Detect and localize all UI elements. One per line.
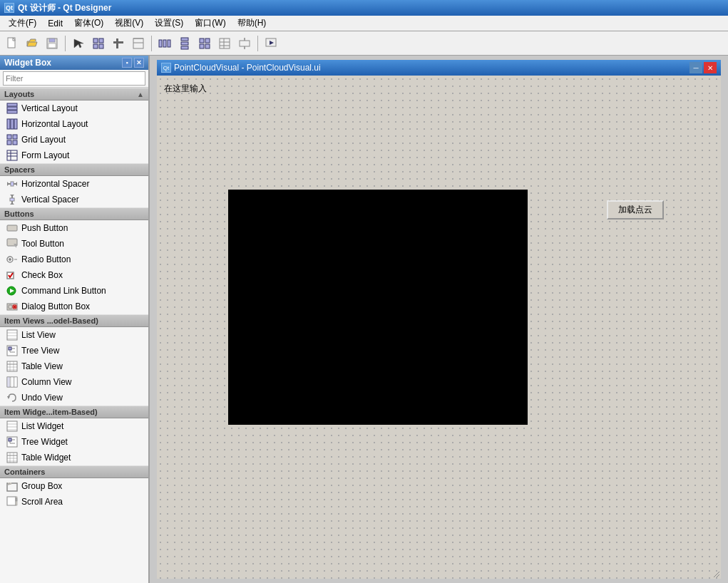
tree-view-icon — [6, 344, 19, 357]
column-view-icon — [6, 376, 19, 388]
vertical-layout-label: Vertical Layout — [21, 103, 78, 113]
toolbar-tab-btn[interactable] — [129, 34, 148, 53]
widget-item-group-box[interactable]: gb Group Box — [0, 478, 148, 494]
widget-item-table-view[interactable]: Table View — [0, 358, 148, 374]
list-view-icon — [6, 329, 19, 341]
widget-item-list-widget[interactable]: List Widget — [0, 418, 148, 434]
widget-item-tool-button[interactable]: Tool Button — [0, 236, 148, 252]
toolbar-preview-btn[interactable] — [262, 34, 280, 53]
svg-rect-7 — [93, 38, 98, 43]
toolbar-widget-btn[interactable] — [89, 34, 108, 53]
svg-rect-96 — [9, 438, 11, 441]
category-item-widgets[interactable]: Item Widge...item-Based) — [0, 406, 148, 418]
widget-item-horizontal-layout[interactable]: Horizontal Layout — [0, 116, 148, 132]
svg-rect-5 — [48, 43, 56, 48]
widget-item-radio-button[interactable]: Radio Button — [0, 252, 148, 267]
widget-item-table-widget[interactable]: Table Widget — [0, 450, 148, 465]
form-titlebar: Qt PointCloudVisual - PointCloudVisual.u… — [157, 60, 721, 76]
widget-item-undo-view[interactable]: Undo View — [0, 390, 148, 406]
widget-item-command-link[interactable]: Command Link Button — [0, 283, 148, 299]
list-widget-icon — [6, 420, 19, 433]
widget-box-close-btn[interactable]: ✕ — [134, 58, 144, 68]
widget-item-vertical-spacer[interactable]: Vertical Spacer — [0, 192, 148, 207]
load-point-cloud-btn[interactable]: 加载点云 — [607, 200, 664, 220]
menu-help[interactable]: 帮助(H) — [232, 16, 272, 31]
horizontal-spacer-icon — [6, 177, 19, 190]
svg-rect-42 — [13, 135, 17, 139]
toolbar-save-btn[interactable] — [43, 34, 61, 53]
svg-rect-20 — [181, 42, 188, 45]
menu-window[interactable]: 窗口(W) — [189, 16, 231, 31]
category-layouts-scroll[interactable]: ▲ — [137, 91, 144, 98]
svg-rect-43 — [7, 140, 11, 145]
toolbar-form-btn[interactable] — [215, 34, 234, 53]
form-canvas[interactable]: 在这里输入 加载点云 — [157, 76, 721, 579]
widget-filter-area — [0, 70, 148, 88]
form-controls: ─ ✕ — [689, 62, 717, 73]
toolbar-pointer-btn[interactable] — [109, 34, 128, 53]
form-close-btn[interactable]: ✕ — [704, 62, 717, 73]
widget-item-push-button[interactable]: Push Button — [0, 220, 148, 236]
svg-rect-18 — [168, 40, 170, 47]
horizontal-layout-icon — [6, 118, 19, 130]
svg-rect-9 — [93, 44, 98, 48]
widget-item-column-view[interactable]: Column View — [0, 374, 148, 390]
widget-filter-input[interactable] — [3, 71, 145, 86]
svg-rect-24 — [200, 44, 204, 48]
menu-form[interactable]: 窗体(O) — [68, 16, 109, 31]
form-minimize-btn[interactable]: ─ — [689, 62, 702, 73]
toolbar-hlayout-btn[interactable] — [155, 34, 174, 53]
category-buttons[interactable]: Buttons — [0, 207, 148, 220]
widget-item-check-box[interactable]: Check Box — [0, 267, 148, 283]
svg-marker-50 — [7, 182, 9, 186]
svg-rect-41 — [7, 135, 11, 139]
toolbar-vlayout-btn[interactable] — [175, 34, 194, 53]
resize-handle[interactable] — [711, 569, 719, 577]
form-layout-label: Form Layout — [21, 150, 69, 160]
widget-item-grid-layout[interactable]: Grid Layout — [0, 132, 148, 148]
category-layouts[interactable]: Layouts ▲ — [0, 88, 148, 100]
tree-widget-label: Tree Widget — [21, 437, 68, 447]
menu-settings[interactable]: 设置(S) — [149, 16, 189, 31]
svg-rect-52 — [11, 182, 14, 186]
dialog-btn-box-icon — [6, 300, 19, 313]
toolbar-widget-select-btn[interactable] — [69, 34, 88, 53]
toolbar-new-btn[interactable] — [3, 34, 21, 53]
svg-marker-6 — [74, 39, 83, 48]
widget-box-header: Widget Box ▪ ✕ — [0, 56, 148, 70]
category-spacers[interactable]: Spacers — [0, 163, 148, 176]
list-widget-label: List Widget — [21, 421, 63, 431]
category-containers[interactable]: Containers — [0, 465, 148, 478]
widget-item-vertical-layout[interactable]: Vertical Layout — [0, 100, 148, 116]
toolbar-open-btn[interactable] — [23, 34, 41, 53]
widget-item-horizontal-spacer[interactable]: Horizontal Spacer — [0, 176, 148, 192]
svg-rect-76 — [9, 347, 11, 350]
widget-item-list-view[interactable]: List View — [0, 327, 148, 343]
tree-view-label: Tree View — [21, 346, 59, 356]
toolbar-grid-btn[interactable] — [195, 34, 214, 53]
svg-marker-90 — [7, 396, 10, 399]
radio-button-label: Radio Button — [21, 254, 71, 264]
menu-edit[interactable]: Edit — [42, 17, 68, 30]
table-widget-label: Table Widget — [21, 453, 71, 463]
svg-rect-12 — [116, 38, 118, 48]
widget-item-tree-widget[interactable]: Tree Widget — [0, 434, 148, 450]
menu-file[interactable]: 文件(F) — [3, 16, 42, 31]
widget-item-dialog-btn-box[interactable]: Dialog Button Box — [0, 299, 148, 314]
widget-box-title: Widget Box — [4, 58, 51, 68]
form-icon: Qt — [161, 63, 171, 73]
widget-item-scroll-area[interactable]: Scroll Area — [0, 494, 148, 510]
toolbar-break-btn[interactable] — [235, 34, 254, 53]
push-button-label: Push Button — [21, 223, 68, 233]
horizontal-spacer-label: Horizontal Spacer — [21, 179, 89, 189]
svg-line-112 — [714, 572, 719, 577]
menu-view[interactable]: 视图(V) — [109, 16, 149, 31]
widget-item-tree-view[interactable]: Tree View — [0, 343, 148, 358]
widget-box-restore-btn[interactable]: ▪ — [122, 58, 132, 68]
category-item-views[interactable]: Item Views ...odel-Based) — [0, 314, 148, 327]
grid-layout-icon — [6, 133, 19, 146]
svg-marker-55 — [10, 202, 14, 205]
toolbar — [0, 31, 728, 56]
category-buttons-label: Buttons — [4, 210, 34, 218]
widget-item-form-layout[interactable]: Form Layout — [0, 148, 148, 163]
